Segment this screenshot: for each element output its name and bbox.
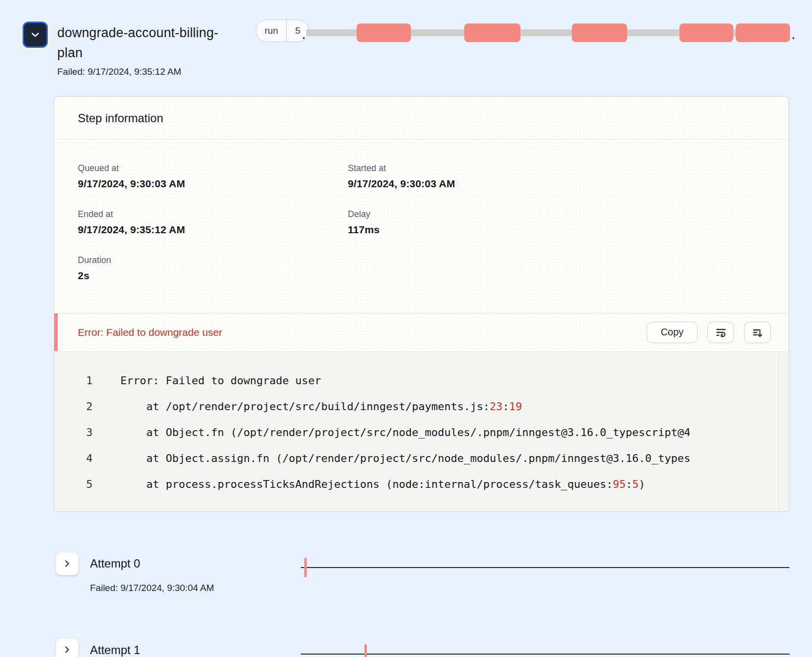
word-wrap-icon [715, 327, 727, 338]
attempt-1-expand-button[interactable] [55, 638, 79, 657]
field-started-at: Started at 9/17/2024, 9:30:03 AM [348, 163, 765, 190]
run-count-badge[interactable]: run 5 [256, 20, 309, 42]
field-duration: Duration 2s [78, 255, 348, 282]
scroll-to-bottom-button[interactable] [744, 322, 771, 343]
attempt-0-marker [304, 558, 307, 577]
field-ended-at: Ended at 9/17/2024, 9:35:12 AM [78, 209, 348, 236]
stack-trace-lines: 1Error: Failed to downgrade user2 at /op… [54, 352, 789, 497]
attempt-0-expand-button[interactable] [55, 552, 79, 575]
line-number: 3 [86, 426, 120, 438]
line-number: 5 [86, 478, 120, 490]
attempt-0-status-line: Failed: 9/17/2024, 9:30:04 AM [90, 583, 214, 593]
step-name: downgrade-account-billing-plan [57, 23, 243, 63]
attempt-0-label: Attempt 0 [90, 557, 140, 570]
attempt-1-label: Attempt 1 [90, 643, 140, 657]
attempt-0-timeline [301, 567, 789, 568]
timeline-span-0[interactable] [357, 23, 411, 42]
stack-line-1: 1Error: Failed to downgrade user [54, 368, 789, 394]
field-delay: Delay 117ms [348, 209, 765, 236]
timeline-span-3[interactable] [679, 23, 734, 42]
stack-line-3: 3 at Object.fn (/opt/render/project/src/… [54, 419, 789, 445]
timeline-start-dot [303, 37, 305, 39]
step-status-line: Failed: 9/17/2024, 9:35:12 AM [57, 66, 181, 77]
line-number: 2 [86, 400, 120, 413]
error-message: Error: Failed to downgrade user [78, 327, 647, 338]
stack-trace-scrollbar[interactable] [778, 352, 789, 511]
scroll-to-bottom-icon [752, 327, 764, 338]
step-details-grid: Queued at 9/17/2024, 9:30:03 AM Started … [54, 140, 789, 282]
copy-button[interactable]: Copy [647, 322, 698, 343]
attempt-1-marker [364, 644, 367, 657]
timeline-span-2[interactable] [572, 23, 627, 42]
stack-line-5: 5 at process.processTicksAndRejections (… [54, 471, 789, 497]
error-actions: Copy [647, 322, 771, 343]
chevron-down-icon [30, 30, 40, 40]
attempt-1-timeline [301, 654, 789, 655]
run-timeline-track[interactable] [306, 29, 790, 36]
line-number: 4 [86, 452, 120, 464]
panel-title: Step information [54, 97, 789, 140]
step-information-panel: Step information Queued at 9/17/2024, 9:… [54, 96, 789, 512]
run-badge-count: 5 [286, 20, 309, 42]
chevron-right-icon [63, 560, 71, 568]
timeline-end-dot [792, 37, 794, 39]
timeline-span-1[interactable] [464, 23, 520, 42]
line-number: 1 [86, 374, 120, 387]
stack-line-2: 2 at /opt/render/project/src/build/innge… [54, 394, 789, 419]
run-badge-type: run [256, 20, 286, 42]
collapse-step-button[interactable] [23, 22, 48, 48]
chevron-right-icon [63, 646, 71, 654]
field-queued-at: Queued at 9/17/2024, 9:30:03 AM [78, 163, 348, 190]
run-details-page: { "header": { "title": "downgrade-accoun… [0, 0, 812, 657]
error-banner: Error: Failed to downgrade user Copy [54, 313, 789, 351]
word-wrap-button[interactable] [707, 322, 734, 343]
stack-trace-viewer[interactable]: 1Error: Failed to downgrade user2 at /op… [54, 351, 789, 511]
stack-line-4: 4 at Object.assign.fn (/opt/render/proje… [54, 445, 789, 471]
timeline-span-4[interactable] [736, 23, 790, 42]
